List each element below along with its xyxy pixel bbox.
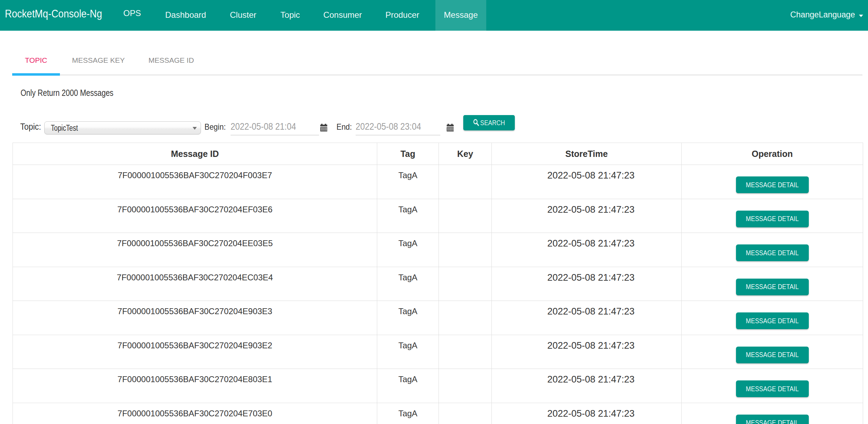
cell-message-id: 7F000001005536BAF30C270204F003E7	[13, 165, 377, 199]
active-tab-ink-bar	[12, 73, 60, 76]
language-menu[interactable]: ChangeLanguage	[787, 0, 863, 31]
col-header-key: Key	[439, 143, 492, 165]
table-row: 7F000001005536BAF30C270204EE03E5 TagA 20…	[13, 233, 863, 267]
table-header-row: Message ID Tag Key StoreTime Operation	[13, 143, 863, 165]
cell-tag: TagA	[377, 403, 439, 424]
cell-message-id: 7F000001005536BAF30C270204EC03E4	[13, 267, 377, 301]
topic-select-value: TopicTest	[51, 122, 78, 134]
cell-operation: MESSAGE DETAIL	[682, 301, 863, 335]
end-input[interactable]	[356, 123, 440, 135]
cell-storetime: 2022-05-08 21:47:23	[492, 267, 682, 301]
table-row: 7F000001005536BAF30C270204EF03E6 TagA 20…	[13, 199, 863, 233]
navbar: RocketMq-Console-Ng OPSDashboardClusterT…	[0, 0, 868, 31]
cell-tag: TagA	[377, 369, 439, 403]
cell-tag: TagA	[377, 335, 439, 369]
cell-operation: MESSAGE DETAIL	[682, 233, 863, 267]
topic-select[interactable]: TopicTest	[44, 121, 201, 135]
cell-message-id: 7F000001005536BAF30C270204E903E3	[13, 301, 377, 335]
cell-key	[439, 267, 492, 301]
message-detail-button[interactable]: MESSAGE DETAIL	[736, 176, 809, 193]
col-header-operation: Operation	[682, 143, 863, 165]
cell-storetime: 2022-05-08 21:47:23	[492, 233, 682, 267]
cell-message-id: 7F000001005536BAF30C270204E903E2	[13, 335, 377, 369]
search-mode-tabs: TOPICMESSAGE KEYMESSAGE ID	[12, 50, 862, 75]
col-header-message-id: Message ID	[13, 143, 377, 165]
cell-message-id: 7F000001005536BAF30C270204E803E1	[13, 369, 377, 403]
cell-key	[439, 199, 492, 233]
calendar-icon[interactable]	[320, 124, 327, 131]
message-detail-button[interactable]: MESSAGE DETAIL	[736, 244, 809, 261]
cell-storetime: 2022-05-08 21:47:23	[492, 369, 682, 403]
search-button[interactable]: SEARCH	[463, 115, 515, 130]
nav-item-producer[interactable]: Producer	[377, 0, 427, 31]
select-arrow-icon	[193, 127, 197, 130]
tab-message-key[interactable]: MESSAGE KEY	[60, 50, 137, 75]
cell-tag: TagA	[377, 199, 439, 233]
table-row: 7F000001005536BAF30C270204E903E2 TagA 20…	[13, 335, 863, 369]
cell-operation: MESSAGE DETAIL	[682, 335, 863, 369]
nav-item-consumer[interactable]: Consumer	[315, 0, 370, 31]
cell-operation: MESSAGE DETAIL	[682, 403, 863, 424]
end-label: End:	[336, 121, 352, 133]
begin-label: Begin:	[204, 121, 226, 133]
caret-down-icon	[859, 15, 863, 17]
nav-item-cluster[interactable]: Cluster	[222, 0, 265, 31]
cell-message-id: 7F000001005536BAF30C270204E703E0	[13, 403, 377, 424]
cell-storetime: 2022-05-08 21:47:23	[492, 335, 682, 369]
cell-tag: TagA	[377, 233, 439, 267]
cell-key	[439, 165, 492, 199]
cell-tag: TagA	[377, 165, 439, 199]
message-detail-button[interactable]: MESSAGE DETAIL	[736, 380, 809, 397]
search-icon	[473, 119, 480, 127]
cell-message-id: 7F000001005536BAF30C270204EE03E5	[13, 233, 377, 267]
nav-item-ops[interactable]: OPS	[115, 0, 149, 31]
notice-text: Only Return 2000 Messages	[21, 87, 114, 99]
nav-menu: OPSDashboardClusterTopicConsumerProducer…	[115, 0, 486, 31]
cell-storetime: 2022-05-08 21:47:23	[492, 403, 682, 424]
cell-operation: MESSAGE DETAIL	[682, 165, 863, 199]
message-table: Message ID Tag Key StoreTime Operation 7…	[13, 143, 863, 424]
cell-key	[439, 233, 492, 267]
tab-message-id[interactable]: MESSAGE ID	[137, 50, 206, 75]
cell-operation: MESSAGE DETAIL	[682, 267, 863, 301]
tab-topic[interactable]: TOPIC	[12, 50, 60, 75]
cell-operation: MESSAGE DETAIL	[682, 199, 863, 233]
calendar-icon[interactable]	[447, 124, 454, 131]
nav-item-message[interactable]: Message	[435, 0, 486, 31]
cell-key	[439, 301, 492, 335]
message-detail-button[interactable]: MESSAGE DETAIL	[736, 211, 809, 227]
nav-item-dashboard[interactable]: Dashboard	[157, 0, 214, 31]
cell-tag: TagA	[377, 267, 439, 301]
nav-item-topic[interactable]: Topic	[272, 0, 308, 31]
cell-storetime: 2022-05-08 21:47:23	[492, 199, 682, 233]
table-row: 7F000001005536BAF30C270204E903E3 TagA 20…	[13, 301, 863, 335]
col-header-tag: Tag	[377, 143, 439, 165]
message-detail-button[interactable]: MESSAGE DETAIL	[736, 279, 809, 295]
cell-storetime: 2022-05-08 21:47:23	[492, 165, 682, 199]
table-row: 7F000001005536BAF30C270204E703E0 TagA 20…	[13, 403, 863, 424]
cell-operation: MESSAGE DETAIL	[682, 369, 863, 403]
cell-key	[439, 335, 492, 369]
cell-key	[439, 403, 492, 424]
brand[interactable]: RocketMq-Console-Ng	[5, 0, 114, 31]
message-detail-button[interactable]: MESSAGE DETAIL	[736, 415, 809, 424]
table-row: 7F000001005536BAF30C270204E803E1 TagA 20…	[13, 369, 863, 403]
cell-storetime: 2022-05-08 21:47:23	[492, 301, 682, 335]
cell-message-id: 7F000001005536BAF30C270204EF03E6	[13, 199, 377, 233]
table-row: 7F000001005536BAF30C270204EC03E4 TagA 20…	[13, 267, 863, 301]
col-header-storetime: StoreTime	[492, 143, 682, 165]
begin-input[interactable]	[231, 123, 319, 135]
message-detail-button[interactable]: MESSAGE DETAIL	[736, 312, 809, 329]
message-detail-button[interactable]: MESSAGE DETAIL	[736, 347, 809, 363]
topic-label: Topic:	[20, 121, 41, 132]
table-row: 7F000001005536BAF30C270204F003E7 TagA 20…	[13, 165, 863, 199]
cell-tag: TagA	[377, 301, 439, 335]
cell-key	[439, 369, 492, 403]
